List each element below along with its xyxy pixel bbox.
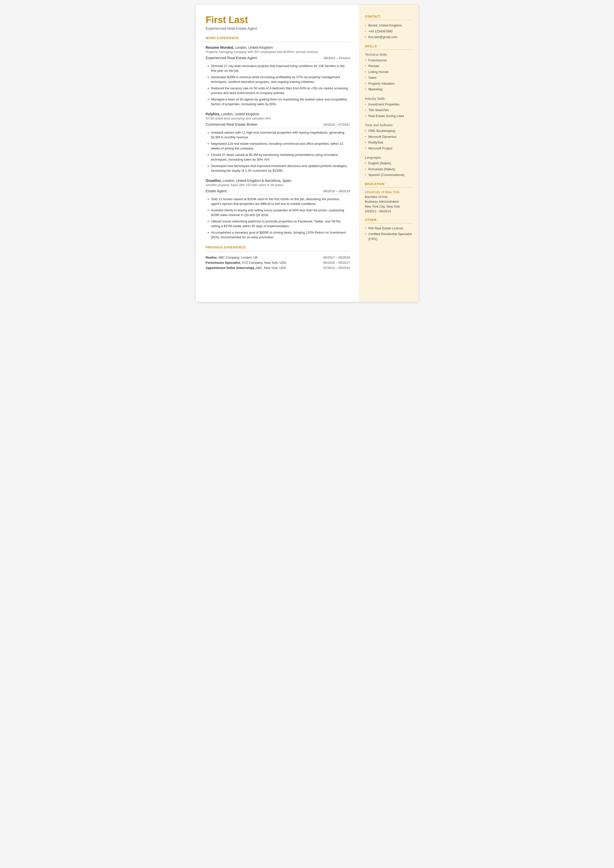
bullet-1-3: Reduced the vacancy rate on 50 units of … <box>207 86 350 96</box>
role-dates-3: 06/2018 – 09/2019 <box>323 189 350 193</box>
prev-exp-row-3: Appointment Setter (Internship), ABC, Ne… <box>206 265 350 270</box>
languages-list: English (Native) Romanian (Native) Spani… <box>365 160 412 178</box>
bullet-list-2: Assisted owners with 11 high-end commerc… <box>206 130 350 173</box>
role-dates-2: 10/2019 – 07/2021 <box>323 123 350 126</box>
edu-location: New York City, New York <box>365 204 412 209</box>
technical-skills-list: Foreclosures Rentals Listing Homes Sales… <box>365 57 412 92</box>
candidate-subtitle: Experienced Real Estate Agent <box>206 26 350 30</box>
skill-investment-properties: Investment Properties <box>365 101 412 107</box>
edu-school: University of New York <box>365 190 412 194</box>
work-experience-header: WORK EXPERIENCE <box>206 36 350 40</box>
tool-dynamics: Microsoft Dynamics <box>365 134 412 140</box>
bullet-2-2: Negotiated 129 real estate transactions,… <box>207 141 350 151</box>
role-title-2: Commercial Real Estate Broker <box>206 122 258 126</box>
tool-realtystar: RealtyStar <box>365 140 412 146</box>
industry-skills-list: Investment Properties Title Searches Rea… <box>365 101 412 119</box>
bullet-2-1: Assisted owners with 11 high-end commerc… <box>207 130 350 140</box>
contact-email: first.last@gmail.com <box>365 34 412 40</box>
tool-project: Microsoft Project <box>365 146 412 151</box>
education-divider <box>365 187 412 188</box>
tool-owl: OWL Bookkeeping <box>365 128 412 134</box>
name-title-block: First Last Experienced Real Estate Agent <box>206 15 350 30</box>
prev-exp-row-1: Realtor, ABC Company, London, UK 06/2017… <box>206 255 350 260</box>
bullet-2-3: Closed 37 deals valued at $5.3M by intro… <box>207 152 350 162</box>
job-block-1: Resume Worded, London, United Kingdom Pr… <box>206 45 350 107</box>
role-dates-1: 08/2021 – Present <box>324 56 350 60</box>
skill-listing-homes: Listing Homes <box>365 69 412 75</box>
bullet-3-2: Assisted clients in buying and selling l… <box>207 208 350 217</box>
other-license: RW Real Estate License. <box>365 226 412 231</box>
edu-field: Business Administration <box>365 199 412 204</box>
role-line-1: Experienced Real Estate Agent 08/2021 – … <box>206 56 350 60</box>
job-block-2: Polyhire, London, United Kingdom NYSE-li… <box>206 112 350 173</box>
role-title-1: Experienced Real Estate Agent <box>206 56 257 60</box>
company-name-1: Resume Worded, <box>206 45 234 50</box>
company-name-2: Polyhire, <box>206 112 220 116</box>
company-desc-3: Shortlet property SaaS with 150,000 user… <box>206 183 350 187</box>
lang-english: English (Native) <box>365 160 412 166</box>
job-block-3: Growthsi, London, United Kingdom & Barce… <box>206 179 350 240</box>
education-header: EDUCATION <box>365 182 412 186</box>
company-desc-1: Property managing company with 50+ emplo… <box>206 50 350 54</box>
technical-skills-label: Technical Skills: <box>365 53 412 56</box>
bullet-list-1: Directed 17 city-wide renovation project… <box>206 64 350 107</box>
skill-sales: Sales <box>365 75 412 81</box>
contact-address: Bristol, United Kingdom <box>365 23 412 28</box>
role-title-3: Estate Agent <box>206 189 227 193</box>
resume-container: First Last Experienced Real Estate Agent… <box>196 5 419 302</box>
company-rest-2: London, United Kingdom <box>220 112 259 116</box>
languages-label: Languages: <box>365 156 412 159</box>
role-divider-2 <box>206 128 350 128</box>
contact-header: CONTACT <box>365 15 412 18</box>
prev-exp-dates-1: 06/2017 – 05/2018 <box>314 255 350 260</box>
bullet-list-3: Sold 13 homes valued at $320K each in th… <box>206 197 350 240</box>
edu-dates: 10/2011 - 06/2014 <box>365 209 412 214</box>
contact-divider <box>365 20 412 20</box>
bullet-1-2: Generated $29M in revenue while increasi… <box>207 75 350 84</box>
main-column: First Last Experienced Real Estate Agent… <box>196 5 359 302</box>
skill-title-searches: Title Searches <box>365 107 412 113</box>
industry-skills-label: Industry Skills: <box>365 97 412 101</box>
lang-spanish: Spanish (Conversational) <box>365 172 412 178</box>
bullet-3-1: Sold 13 homes valued at $320K each in th… <box>207 197 350 207</box>
company-name-3: Growthsi, <box>206 179 222 183</box>
skill-marketing: Marketing <box>365 86 412 92</box>
role-divider-3 <box>206 194 350 195</box>
contact-list: Bristol, United Kingdom +44 1234567890 f… <box>365 23 412 40</box>
prev-exp-company-2: Foreclosure Specialist, XYZ Company, New… <box>206 260 314 265</box>
edu-degree: Bachelor of Arts <box>365 194 412 199</box>
company-desc-2: NYSE-listed land surveying and valuation… <box>206 116 350 120</box>
other-divider <box>365 223 412 224</box>
other-header: OTHER <box>365 218 412 222</box>
tools-label: Tools and Software: <box>365 123 412 127</box>
skill-rentals: Rentals <box>365 63 412 69</box>
prev-exp-dates-2: 06/2016 – 05/2017 <box>314 260 350 265</box>
prev-exp-company-1: Realtor, ABC Company, London, UK <box>206 255 314 260</box>
company-line-3: Growthsi, London, United Kingdom & Barce… <box>206 179 350 183</box>
previous-experience-header: PREVIOUS EXPERIENCE <box>206 246 350 249</box>
role-line-2: Commercial Real Estate Broker 10/2019 – … <box>206 122 350 126</box>
bullet-1-4: Managed a team of 50 agents by guiding t… <box>207 97 350 107</box>
previous-experience-table: Realtor, ABC Company, London, UK 06/2017… <box>206 255 350 270</box>
lang-romanian: Romanian (Native) <box>365 166 412 172</box>
skill-foreclosures: Foreclosures <box>365 57 412 63</box>
bullet-1-1: Directed 17 city-wide renovation project… <box>207 64 350 73</box>
contact-phone: +44 1234567890 <box>365 28 412 34</box>
company-line-2: Polyhire, London, United Kingdom <box>206 112 350 116</box>
skills-header: SKILLS <box>365 45 412 48</box>
tools-list: OWL Bookkeeping Microsoft Dynamics Realt… <box>365 128 412 151</box>
role-divider-1 <box>206 61 350 62</box>
other-crs: Certified Residential Specialist (CRS). <box>365 231 412 241</box>
bullet-2-4: Developed new techniques that improved i… <box>207 163 350 173</box>
previous-experience-divider <box>206 251 350 252</box>
company-line-1: Resume Worded, London, United Kingdom <box>206 45 350 50</box>
bullet-3-4: Accomplished a monetary goal of $800K in… <box>207 230 350 240</box>
candidate-name: First Last <box>206 15 350 25</box>
company-rest-1: London, United Kingdom <box>234 45 273 50</box>
prev-exp-dates-3: 07/2014 – 05/2015 <box>314 265 350 270</box>
company-rest-3: London, United Kingdom & Barcelona, Spai… <box>222 179 291 183</box>
prev-exp-company-3: Appointment Setter (Internship), ABC, Ne… <box>206 265 314 270</box>
role-line-3: Estate Agent 06/2018 – 09/2019 <box>206 189 350 193</box>
skill-property-valuation: Property Valuation <box>365 81 412 87</box>
skill-zoning-laws: Real Estate Zoning Laws <box>365 113 412 119</box>
